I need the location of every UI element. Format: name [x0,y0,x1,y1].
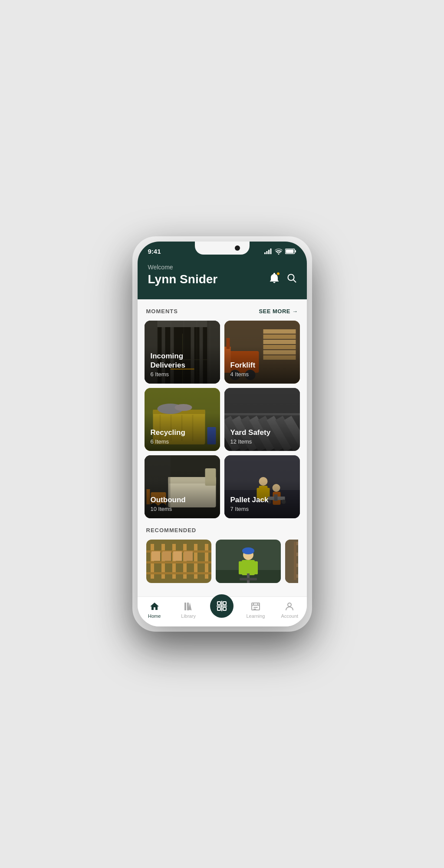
svg-line-8 [293,280,296,283]
scan-icon [216,600,227,612]
svg-rect-107 [294,542,296,580]
recommended-title: RECOMMENDED [146,527,298,533]
svg-point-128 [288,603,291,606]
svg-rect-6 [295,250,296,252]
svg-point-7 [288,275,294,281]
phone-notch [195,242,250,255]
header: Welcome Lynn Snider [138,258,307,299]
learning-icon [250,601,261,612]
svg-rect-0 [264,252,266,254]
svg-rect-97 [239,561,244,574]
nav-home[interactable]: Home [142,601,167,619]
nav-library[interactable]: Library [176,601,201,619]
svg-rect-1 [266,251,267,254]
main-content: MOMENTS SEE MORE → [138,299,307,626]
notification-dot [276,272,280,275]
svg-rect-86 [146,561,211,563]
welcome-text: Welcome [148,264,296,271]
moment-card-outbound[interactable]: Outbound 10 Items [145,455,220,518]
moments-title: MOMENTS [146,308,178,315]
svg-rect-126 [253,607,258,608]
card-items-recycling: 6 Items [151,438,185,445]
bottom-nav: Home Library [138,596,307,626]
svg-rect-116 [217,602,220,605]
nav-learning[interactable]: Learning [243,601,268,619]
svg-rect-2 [268,250,270,254]
account-icon [284,601,295,612]
home-icon [149,601,160,612]
nav-account-label: Account [281,613,298,619]
nav-learning-label: Learning [246,613,265,619]
wifi-icon [275,248,283,255]
battery-icon [285,248,296,254]
recommended-section: RECOMMENDED [138,518,307,592]
rec-card-1[interactable] [146,540,211,583]
nav-account[interactable]: Account [277,601,302,619]
user-name: Lynn Snider [148,272,218,286]
svg-rect-100 [240,578,257,580]
see-more-button[interactable]: SEE MORE → [259,308,298,315]
svg-rect-127 [253,609,256,610]
moment-card-recycling[interactable]: Recycling 6 Items [145,388,220,451]
svg-rect-118 [217,607,220,610]
moment-card-forklift[interactable]: Forklift 4 Items [224,321,300,384]
nav-scan-button[interactable] [210,594,234,618]
svg-point-95 [242,547,254,554]
svg-rect-119 [223,607,226,610]
svg-rect-5 [286,250,293,253]
moment-card-incoming[interactable]: IncomingDeliveries 6 Items [145,321,220,384]
nav-library-label: Library [181,613,196,619]
card-title-yard-safety: Yard Safety [230,428,271,437]
card-title-forklift: Forklift [230,361,256,370]
search-button[interactable] [287,273,296,285]
svg-rect-88 [151,551,160,561]
svg-rect-114 [184,603,186,610]
moments-grid: IncomingDeliveries 6 Items [138,321,307,518]
nav-home-label: Home [148,613,161,619]
notification-button[interactable] [270,273,279,286]
card-title-incoming: IncomingDeliveries [151,352,185,370]
rec-card-3[interactable] [285,540,298,583]
card-items-outbound: 10 Items [151,506,186,512]
svg-rect-90 [173,551,182,561]
status-time: 9:41 [148,248,161,255]
moment-card-pallet-jack[interactable]: Pallet Jack 7 Items [224,455,300,518]
svg-rect-117 [223,602,226,605]
card-items-incoming: 6 Items [151,371,185,378]
card-items-yard-safety: 12 Items [230,438,271,445]
svg-rect-98 [253,561,258,574]
card-title-recycling: Recycling [151,428,185,437]
card-title-outbound: Outbound [151,496,186,504]
camera [235,245,240,251]
card-title-pallet-jack: Pallet Jack [230,496,269,504]
library-icon [183,601,194,612]
recommended-scroll [146,540,298,586]
rec-card-2[interactable] [216,540,281,583]
svg-rect-3 [270,248,271,254]
moments-section-header: MOMENTS SEE MORE → [138,299,307,321]
card-items-pallet-jack: 7 Items [230,506,269,512]
svg-rect-87 [146,572,211,574]
signal-icon [264,248,272,254]
svg-rect-89 [162,551,171,561]
moment-card-yard-safety[interactable]: Yard Safety 12 Items [224,388,300,451]
status-icons [264,248,296,255]
card-items-forklift: 4 Items [230,371,256,378]
svg-rect-91 [184,551,193,561]
